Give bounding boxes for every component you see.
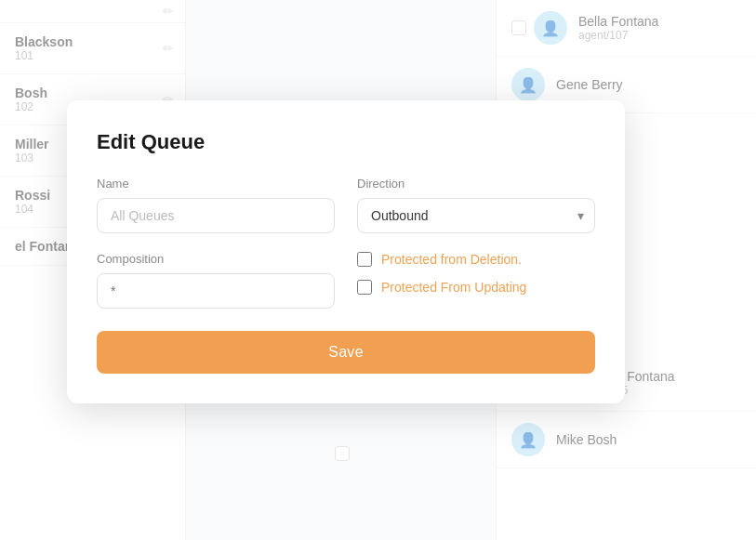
name-input[interactable]	[97, 198, 335, 233]
modal-title: Edit Queue	[97, 130, 595, 154]
direction-label: Direction	[357, 177, 595, 191]
checkbox-group: Protected from Deletion. Protected From …	[357, 252, 595, 295]
composition-label: Composition	[97, 252, 335, 266]
edit-queue-modal: Edit Queue Name Composition Direction Ou…	[67, 100, 625, 403]
composition-input[interactable]	[97, 273, 335, 309]
updating-protection-checkbox[interactable]	[357, 280, 372, 295]
save-button[interactable]: Save	[97, 331, 595, 374]
updating-protection-checkbox-item[interactable]: Protected From Updating	[357, 280, 595, 295]
direction-select[interactable]: Outbound Inbound Both	[357, 198, 595, 233]
updating-protection-label: Protected From Updating	[381, 280, 526, 295]
modal-left-column: Name Composition	[97, 177, 335, 309]
deletion-protection-label: Protected from Deletion.	[381, 252, 522, 267]
modal-body: Name Composition Direction Outbound Inbo…	[97, 177, 595, 309]
name-label: Name	[97, 177, 335, 191]
modal-right-column: Direction Outbound Inbound Both ▾ Protec…	[357, 177, 595, 309]
deletion-protection-checkbox[interactable]	[357, 252, 372, 267]
direction-select-wrapper: Outbound Inbound Both ▾	[357, 198, 595, 233]
deletion-protection-checkbox-item[interactable]: Protected from Deletion.	[357, 252, 595, 267]
